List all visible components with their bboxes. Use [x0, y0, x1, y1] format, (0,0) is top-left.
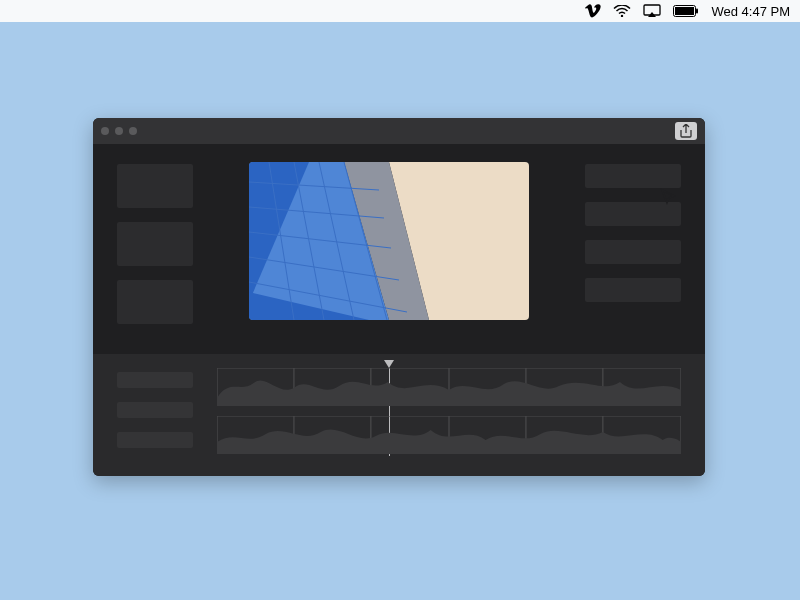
window-titlebar[interactable] — [93, 118, 705, 144]
left-panel-slot[interactable] — [117, 164, 193, 208]
left-panel-column — [117, 162, 193, 342]
audio-track[interactable] — [217, 416, 681, 454]
tracks-area[interactable] — [217, 368, 681, 466]
video-editor-window — [93, 118, 705, 476]
menubar-datetime[interactable]: Wed 4:47 PM — [711, 4, 790, 19]
track-label[interactable] — [117, 372, 193, 388]
preview-area — [217, 162, 561, 342]
desktop — [0, 22, 800, 600]
track-label-column — [117, 368, 193, 466]
traffic-lights[interactable] — [101, 127, 137, 135]
timeline-panel — [93, 354, 705, 476]
right-panel-slot[interactable] — [585, 164, 681, 188]
minimize-dot-icon[interactable] — [115, 127, 123, 135]
audio-track[interactable] — [217, 368, 681, 406]
svg-point-0 — [621, 15, 623, 17]
video-preview[interactable] — [249, 162, 529, 320]
macos-menubar: Wed 4:47 PM — [0, 0, 800, 22]
right-panel-slot[interactable] — [585, 240, 681, 264]
cursor-icon — [660, 188, 678, 206]
svg-rect-3 — [675, 7, 694, 15]
editor-upper — [93, 144, 705, 354]
wifi-icon[interactable] — [613, 5, 631, 17]
close-dot-icon[interactable] — [101, 127, 109, 135]
airplay-icon[interactable] — [643, 4, 661, 18]
vimeo-icon[interactable] — [585, 4, 601, 18]
left-panel-slot[interactable] — [117, 280, 193, 324]
track-label[interactable] — [117, 432, 193, 448]
zoom-dot-icon[interactable] — [129, 127, 137, 135]
battery-icon[interactable] — [673, 5, 699, 17]
share-button[interactable] — [675, 122, 697, 140]
right-panel-slot[interactable] — [585, 278, 681, 302]
svg-rect-4 — [696, 9, 698, 14]
left-panel-slot[interactable] — [117, 222, 193, 266]
track-label[interactable] — [117, 402, 193, 418]
